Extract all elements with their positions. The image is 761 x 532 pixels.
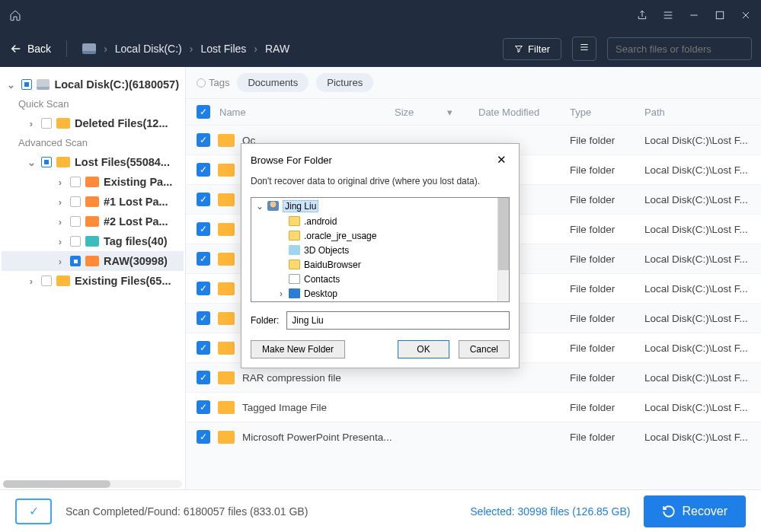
- tree-item-label: #2 Lost Pa...: [104, 215, 168, 228]
- checkbox[interactable]: [41, 157, 52, 167]
- dialog-tree-item[interactable]: ⌄Jing Liu: [251, 198, 509, 214]
- chevron-icon[interactable]: ›: [55, 196, 66, 208]
- dialog-tree-item[interactable]: BaiduBrowser: [251, 257, 509, 272]
- col-type[interactable]: Type: [570, 107, 644, 118]
- menu-icon[interactable]: [662, 9, 674, 21]
- filter-button[interactable]: Filter: [503, 38, 561, 60]
- checkbox[interactable]: [41, 276, 52, 286]
- col-size[interactable]: Size▾: [395, 107, 478, 118]
- quick-scan-heading: Quick Scan: [2, 94, 184, 113]
- recover-button[interactable]: Recover: [644, 495, 746, 527]
- row-checkbox[interactable]: [197, 163, 210, 177]
- dialog-scrollbar[interactable]: [497, 198, 509, 301]
- chevron-icon[interactable]: ›: [26, 276, 37, 287]
- make-new-folder-button[interactable]: Make New Folder: [251, 340, 345, 358]
- nav-separator: [66, 40, 67, 57]
- tree-item[interactable]: ›RAW(30998): [2, 251, 184, 271]
- maximize-icon[interactable]: [714, 9, 726, 21]
- checkbox[interactable]: [70, 256, 81, 266]
- row-checkbox[interactable]: [197, 430, 210, 444]
- search-box[interactable]: [607, 37, 752, 60]
- chevron-icon[interactable]: ›: [55, 177, 66, 188]
- tree-item[interactable]: ›Tag files(40): [2, 231, 184, 251]
- checkbox[interactable]: [70, 177, 81, 187]
- folder-input[interactable]: [286, 311, 510, 330]
- dialog-tree-item[interactable]: ›Desktop: [251, 286, 509, 301]
- col-name[interactable]: Name: [219, 107, 395, 118]
- col-path[interactable]: Path: [644, 107, 750, 118]
- checkbox[interactable]: [70, 216, 81, 227]
- recover-label: Recover: [682, 505, 727, 518]
- tree-item[interactable]: ⌄Lost Files(55084...: [2, 152, 184, 172]
- tree-item-label: Deleted Files(12...: [75, 117, 168, 129]
- tree-item[interactable]: ›Deleted Files(12...: [2, 113, 184, 133]
- back-button[interactable]: Back: [9, 42, 51, 56]
- checkbox-partial[interactable]: [21, 79, 32, 90]
- home-icon[interactable]: [9, 9, 21, 21]
- user-icon: [267, 201, 279, 211]
- row-checkbox[interactable]: [197, 371, 210, 384]
- dialog-tree-item[interactable]: 3D Objects: [251, 243, 509, 257]
- row-checkbox[interactable]: [197, 311, 210, 325]
- chevron-icon[interactable]: ⌄: [256, 201, 264, 212]
- row-path: Local Disk(C:)\Lost F...: [644, 164, 750, 176]
- chevron-icon[interactable]: ›: [26, 118, 37, 129]
- row-checkbox[interactable]: [197, 133, 210, 147]
- dialog-tree-label: .oracle_jre_usage: [304, 231, 376, 241]
- folder-icon: [218, 312, 235, 325]
- minimize-icon[interactable]: [688, 9, 700, 21]
- breadcrumb-item[interactable]: RAW: [265, 43, 289, 55]
- checkbox[interactable]: [70, 196, 81, 207]
- table-row[interactable]: Microsoft PowerPoint Presenta...File fol…: [186, 422, 761, 451]
- select-all-checkbox[interactable]: [197, 105, 210, 119]
- table-row[interactable]: Tagged Image FileFile folderLocal Disk(C…: [186, 392, 761, 422]
- folder-icon: [218, 223, 235, 236]
- tree-root[interactable]: ⌄ Local Disk(C:)(6180057): [2, 75, 184, 94]
- recover-icon: [662, 505, 676, 518]
- cancel-button[interactable]: Cancel: [459, 340, 510, 358]
- dialog-tree-item[interactable]: .android: [251, 214, 509, 228]
- tree-item[interactable]: ›Existing Files(65...: [2, 271, 184, 291]
- row-checkbox[interactable]: [197, 193, 210, 206]
- filter-label: Filter: [528, 43, 550, 55]
- breadcrumb-item[interactable]: Local Disk(C:): [115, 43, 182, 55]
- checkbox[interactable]: [41, 118, 52, 129]
- chevron-icon[interactable]: ›: [55, 236, 66, 247]
- dialog-folder-tree[interactable]: ⌄Jing Liu.android.oracle_jre_usage3D Obj…: [251, 197, 510, 302]
- chevron-icon[interactable]: ›: [55, 216, 66, 228]
- view-toggle-button[interactable]: [572, 37, 596, 61]
- row-checkbox[interactable]: [197, 252, 210, 266]
- scan-status: Scan Completed/Found: 6180057 files (833…: [66, 505, 456, 518]
- search-input[interactable]: [616, 43, 743, 55]
- close-icon[interactable]: [740, 9, 752, 21]
- tree-item[interactable]: ›#2 Lost Pa...: [2, 212, 184, 231]
- chevron-icon[interactable]: ›: [55, 256, 66, 267]
- folder-icon: [85, 236, 99, 247]
- ok-button[interactable]: OK: [398, 340, 449, 358]
- tree-item[interactable]: ›#1 Lost Pa...: [2, 192, 184, 212]
- tree-item[interactable]: ›Existing Pa...: [2, 172, 184, 192]
- tag-chip-documents[interactable]: Documents: [237, 73, 309, 92]
- row-checkbox[interactable]: [197, 222, 210, 236]
- row-type: File folder: [570, 253, 644, 265]
- sort-desc-icon: ▾: [447, 107, 452, 118]
- checkbox[interactable]: [70, 236, 81, 247]
- dialog-close-button[interactable]: ✕: [494, 151, 510, 168]
- chevron-down-icon[interactable]: ⌄: [6, 79, 17, 91]
- sidebar-scrollbar[interactable]: [3, 480, 182, 488]
- dialog-tree-item[interactable]: Contacts: [251, 272, 509, 286]
- contacts-icon: [289, 274, 300, 284]
- dialog-tree-item[interactable]: .oracle_jre_usage: [251, 228, 509, 243]
- row-checkbox[interactable]: [197, 400, 210, 414]
- col-date[interactable]: Date Modified: [478, 107, 570, 118]
- tag-chip-pictures[interactable]: Pictures: [316, 73, 373, 92]
- tree-item-label: Existing Files(65...: [75, 275, 171, 287]
- folder-icon: [85, 256, 99, 266]
- row-checkbox[interactable]: [197, 341, 210, 355]
- chevron-icon[interactable]: ›: [277, 288, 285, 299]
- chevron-icon[interactable]: ⌄: [26, 157, 37, 168]
- row-checkbox[interactable]: [197, 282, 210, 295]
- breadcrumb-item[interactable]: Lost Files: [200, 43, 246, 55]
- share-icon[interactable]: [636, 9, 648, 21]
- titlebar: [0, 0, 761, 30]
